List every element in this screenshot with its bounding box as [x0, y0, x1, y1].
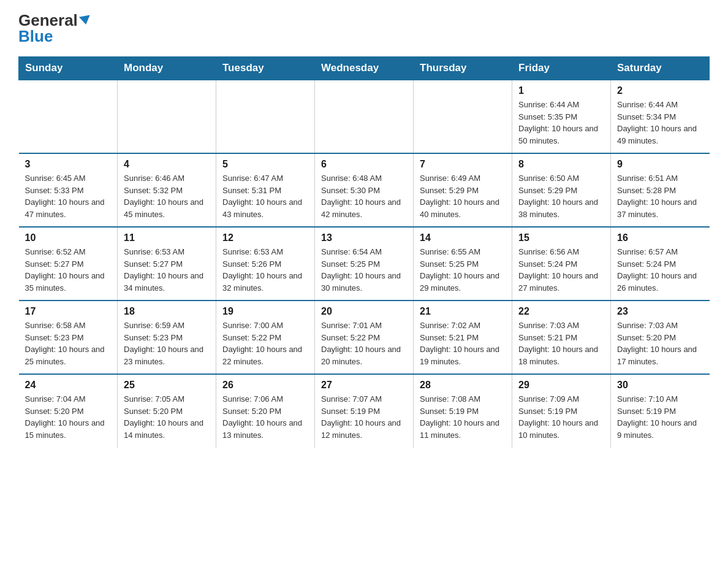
day-number: 12	[222, 232, 308, 243]
day-info: Sunrise: 7:03 AMSunset: 5:20 PMDaylight:…	[617, 320, 703, 367]
day-info: Sunrise: 6:46 AMSunset: 5:32 PMDaylight:…	[124, 172, 210, 220]
day-number: 27	[321, 380, 407, 391]
day-info: Sunrise: 7:08 AMSunset: 5:19 PMDaylight:…	[420, 393, 506, 441]
day-number: 20	[321, 306, 407, 317]
day-info: Sunrise: 6:59 AMSunset: 5:23 PMDaylight:…	[124, 320, 210, 367]
day-info: Sunrise: 6:57 AMSunset: 5:24 PMDaylight:…	[617, 246, 703, 294]
day-cell	[414, 80, 512, 153]
day-cell: 16Sunrise: 6:57 AMSunset: 5:24 PMDayligh…	[611, 227, 710, 301]
day-cell: 5Sunrise: 6:47 AMSunset: 5:31 PMDaylight…	[216, 153, 315, 227]
day-info: Sunrise: 6:48 AMSunset: 5:30 PMDaylight:…	[321, 172, 407, 220]
day-number: 6	[321, 159, 407, 170]
day-cell: 25Sunrise: 7:05 AMSunset: 5:20 PMDayligh…	[118, 374, 216, 448]
day-info: Sunrise: 7:09 AMSunset: 5:19 PMDaylight:…	[518, 393, 604, 441]
day-number: 7	[420, 159, 506, 170]
day-cell: 1Sunrise: 6:44 AMSunset: 5:35 PMDaylight…	[512, 80, 611, 153]
day-number: 26	[222, 380, 308, 391]
day-cell: 29Sunrise: 7:09 AMSunset: 5:19 PMDayligh…	[512, 374, 611, 448]
day-info: Sunrise: 7:07 AMSunset: 5:19 PMDaylight:…	[321, 393, 407, 441]
day-cell: 2Sunrise: 6:44 AMSunset: 5:34 PMDaylight…	[611, 80, 710, 153]
day-cell: 20Sunrise: 7:01 AMSunset: 5:22 PMDayligh…	[315, 301, 414, 374]
day-info: Sunrise: 6:54 AMSunset: 5:25 PMDaylight:…	[321, 246, 407, 294]
day-info: Sunrise: 6:47 AMSunset: 5:31 PMDaylight:…	[222, 172, 308, 220]
day-info: Sunrise: 6:56 AMSunset: 5:24 PMDaylight:…	[518, 246, 604, 294]
day-number: 22	[518, 306, 604, 317]
week-row-2: 3Sunrise: 6:45 AMSunset: 5:33 PMDaylight…	[19, 153, 710, 227]
weekday-header-tuesday: Tuesday	[216, 57, 315, 80]
day-info: Sunrise: 7:02 AMSunset: 5:21 PMDaylight:…	[420, 320, 506, 367]
day-cell: 23Sunrise: 7:03 AMSunset: 5:20 PMDayligh…	[611, 301, 710, 374]
day-info: Sunrise: 6:44 AMSunset: 5:35 PMDaylight:…	[518, 99, 604, 147]
day-cell: 21Sunrise: 7:02 AMSunset: 5:21 PMDayligh…	[414, 301, 512, 374]
day-info: Sunrise: 6:44 AMSunset: 5:34 PMDaylight:…	[617, 99, 703, 147]
week-row-1: 1Sunrise: 6:44 AMSunset: 5:35 PMDaylight…	[19, 80, 710, 153]
day-number: 9	[617, 159, 703, 170]
day-number: 3	[25, 159, 112, 170]
day-cell	[216, 80, 315, 153]
day-info: Sunrise: 6:52 AMSunset: 5:27 PMDaylight:…	[25, 246, 112, 294]
day-info: Sunrise: 6:51 AMSunset: 5:28 PMDaylight:…	[617, 172, 703, 220]
day-cell: 11Sunrise: 6:53 AMSunset: 5:27 PMDayligh…	[118, 227, 216, 301]
day-cell: 26Sunrise: 7:06 AMSunset: 5:20 PMDayligh…	[216, 374, 315, 448]
day-cell: 17Sunrise: 6:58 AMSunset: 5:23 PMDayligh…	[19, 301, 118, 374]
day-cell: 13Sunrise: 6:54 AMSunset: 5:25 PMDayligh…	[315, 227, 414, 301]
day-number: 14	[420, 232, 506, 243]
day-cell: 28Sunrise: 7:08 AMSunset: 5:19 PMDayligh…	[414, 374, 512, 448]
day-cell: 7Sunrise: 6:49 AMSunset: 5:29 PMDaylight…	[414, 153, 512, 227]
day-number: 30	[617, 380, 703, 391]
day-info: Sunrise: 7:06 AMSunset: 5:20 PMDaylight:…	[222, 393, 308, 441]
weekday-header-thursday: Thursday	[414, 57, 512, 80]
week-row-3: 10Sunrise: 6:52 AMSunset: 5:27 PMDayligh…	[19, 227, 710, 301]
day-info: Sunrise: 7:04 AMSunset: 5:20 PMDaylight:…	[25, 393, 112, 441]
day-cell: 22Sunrise: 7:03 AMSunset: 5:21 PMDayligh…	[512, 301, 611, 374]
day-number: 8	[518, 159, 604, 170]
day-number: 25	[124, 380, 210, 391]
day-number: 13	[321, 232, 407, 243]
day-info: Sunrise: 7:05 AMSunset: 5:20 PMDaylight:…	[124, 393, 210, 441]
day-cell: 6Sunrise: 6:48 AMSunset: 5:30 PMDaylight…	[315, 153, 414, 227]
day-number: 21	[420, 306, 506, 317]
day-number: 17	[25, 306, 112, 317]
day-info: Sunrise: 7:10 AMSunset: 5:19 PMDaylight:…	[617, 393, 703, 441]
day-cell	[118, 80, 216, 153]
day-number: 23	[617, 306, 703, 317]
day-cell: 14Sunrise: 6:55 AMSunset: 5:25 PMDayligh…	[414, 227, 512, 301]
day-number: 29	[518, 380, 604, 391]
day-cell: 12Sunrise: 6:53 AMSunset: 5:26 PMDayligh…	[216, 227, 315, 301]
day-number: 19	[222, 306, 308, 317]
day-cell: 8Sunrise: 6:50 AMSunset: 5:29 PMDaylight…	[512, 153, 611, 227]
weekday-header-friday: Friday	[512, 57, 611, 80]
day-cell: 18Sunrise: 6:59 AMSunset: 5:23 PMDayligh…	[118, 301, 216, 374]
calendar-table: SundayMondayTuesdayWednesdayThursdayFrid…	[18, 56, 710, 448]
day-number: 1	[518, 85, 604, 96]
day-cell: 24Sunrise: 7:04 AMSunset: 5:20 PMDayligh…	[19, 374, 118, 448]
day-number: 2	[617, 85, 703, 96]
day-cell: 27Sunrise: 7:07 AMSunset: 5:19 PMDayligh…	[315, 374, 414, 448]
day-info: Sunrise: 7:00 AMSunset: 5:22 PMDaylight:…	[222, 320, 308, 367]
day-cell: 19Sunrise: 7:00 AMSunset: 5:22 PMDayligh…	[216, 301, 315, 374]
day-number: 28	[420, 380, 506, 391]
week-row-4: 17Sunrise: 6:58 AMSunset: 5:23 PMDayligh…	[19, 301, 710, 374]
day-info: Sunrise: 6:45 AMSunset: 5:33 PMDaylight:…	[25, 172, 112, 220]
day-cell	[19, 80, 118, 153]
day-cell: 4Sunrise: 6:46 AMSunset: 5:32 PMDaylight…	[118, 153, 216, 227]
day-info: Sunrise: 6:53 AMSunset: 5:26 PMDaylight:…	[222, 246, 308, 294]
weekday-header-row: SundayMondayTuesdayWednesdayThursdayFrid…	[19, 57, 710, 80]
day-number: 18	[124, 306, 210, 317]
day-info: Sunrise: 6:58 AMSunset: 5:23 PMDaylight:…	[25, 320, 112, 367]
logo: General Blue	[18, 12, 91, 44]
day-cell	[315, 80, 414, 153]
weekday-header-saturday: Saturday	[611, 57, 710, 80]
day-cell: 3Sunrise: 6:45 AMSunset: 5:33 PMDaylight…	[19, 153, 118, 227]
day-info: Sunrise: 7:01 AMSunset: 5:22 PMDaylight:…	[321, 320, 407, 367]
day-info: Sunrise: 6:50 AMSunset: 5:29 PMDaylight:…	[518, 172, 604, 220]
day-number: 16	[617, 232, 703, 243]
day-cell: 10Sunrise: 6:52 AMSunset: 5:27 PMDayligh…	[19, 227, 118, 301]
week-row-5: 24Sunrise: 7:04 AMSunset: 5:20 PMDayligh…	[19, 374, 710, 448]
day-number: 10	[25, 232, 112, 243]
day-info: Sunrise: 6:55 AMSunset: 5:25 PMDaylight:…	[420, 246, 506, 294]
day-number: 24	[25, 380, 112, 391]
day-cell: 30Sunrise: 7:10 AMSunset: 5:19 PMDayligh…	[611, 374, 710, 448]
logo-blue-text: Blue	[18, 28, 53, 44]
day-number: 11	[124, 232, 210, 243]
